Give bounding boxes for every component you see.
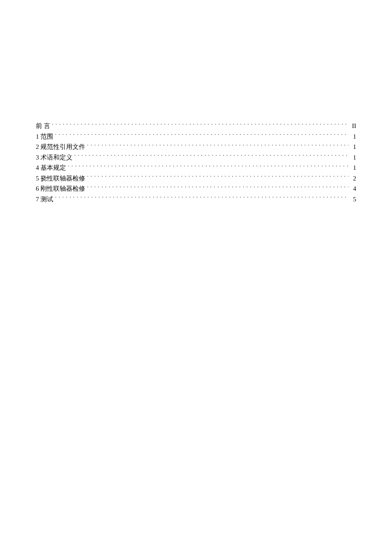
- toc-entry-label: 3 术语和定义: [36, 152, 72, 163]
- toc-entry-page: 1: [350, 131, 356, 142]
- toc-entry: 1 范围 1: [36, 131, 356, 142]
- toc-entry: 前 言 II: [36, 121, 356, 131]
- toc-leader-dots: [68, 163, 349, 170]
- toc-entry-page: 1: [350, 142, 356, 152]
- toc-entry: 5 挠性联轴器检修 2: [36, 173, 356, 184]
- toc-entry-page: 1: [350, 152, 356, 163]
- toc-entry-label: 1 范围: [36, 131, 53, 142]
- toc-leader-dots: [52, 122, 349, 128]
- document-page: 前 言 II 1 范围 1 2 规范性引用文件 1 3 术语和定义 1 4 基本…: [0, 0, 392, 204]
- toc-entry-page: 5: [350, 194, 356, 205]
- toc-leader-dots: [74, 153, 349, 160]
- toc-entry-label: 7 测试: [36, 194, 53, 205]
- toc-leader-dots: [55, 195, 349, 201]
- toc-entry: 6 刚性联轴器检修 4: [36, 183, 356, 194]
- toc-entry-page: 4: [350, 183, 356, 194]
- toc-leader-dots: [87, 174, 349, 180]
- toc-leader-dots: [87, 142, 349, 149]
- toc-entry-label: 2 规范性引用文件: [36, 142, 85, 152]
- toc-entry: 2 规范性引用文件 1: [36, 142, 356, 152]
- toc-entry-label: 5 挠性联轴器检修: [36, 173, 85, 184]
- table-of-contents: 前 言 II 1 范围 1 2 规范性引用文件 1 3 术语和定义 1 4 基本…: [36, 121, 356, 204]
- toc-entry: 7 测试 5: [36, 194, 356, 205]
- toc-entry-page: 1: [350, 163, 356, 173]
- toc-entry-page: 2: [350, 173, 356, 184]
- toc-entry-label: 前 言: [36, 121, 50, 131]
- toc-leader-dots: [55, 132, 349, 139]
- toc-entry: 4 基本规定 1: [36, 163, 356, 173]
- toc-entry-label: 6 刚性联轴器检修: [36, 183, 85, 194]
- toc-entry: 3 术语和定义 1: [36, 152, 356, 163]
- toc-entry-page: II: [350, 121, 356, 131]
- toc-entry-label: 4 基本规定: [36, 163, 66, 173]
- toc-leader-dots: [87, 184, 349, 191]
